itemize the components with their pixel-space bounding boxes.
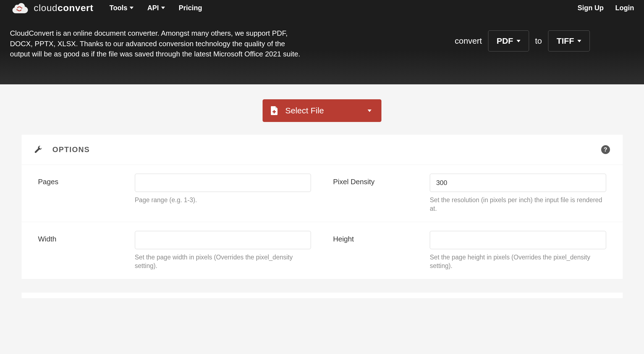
chevron-down-icon — [517, 40, 520, 42]
option-width: Width Set the page width in pixels (Over… — [38, 231, 311, 270]
to-format-value: TIFF — [557, 36, 574, 46]
width-label: Width — [38, 231, 127, 243]
chevron-down-icon — [161, 7, 165, 9]
to-format-select[interactable]: TIFF — [548, 30, 590, 51]
option-height: Height Set the page height in pixels (Ov… — [333, 231, 606, 270]
nav-api[interactable]: API — [147, 4, 165, 12]
pixel-density-label: Pixel Density — [333, 174, 422, 186]
width-input[interactable] — [135, 231, 311, 249]
option-pages: Pages Page range (e.g. 1-3). — [38, 174, 311, 213]
dark-header: cloudconvert Tools API Pricing Sign Up L… — [0, 0, 644, 84]
options-panel: OPTIONS ? Pages Page range (e.g. 1-3). P… — [22, 135, 623, 279]
options-header: OPTIONS ? — [22, 135, 623, 165]
logo-text-bold: convert — [57, 2, 93, 13]
cloud-refresh-icon — [10, 2, 29, 14]
hero-row: CloudConvert is an online document conve… — [10, 28, 634, 59]
chevron-down-icon — [368, 110, 371, 112]
help-icon[interactable]: ? — [601, 145, 610, 154]
login-link[interactable]: Login — [615, 4, 634, 12]
convert-box: convert PDF to TIFF — [455, 30, 590, 51]
width-help: Set the page width in pixels (Overrides … — [135, 253, 311, 270]
pixel-density-help: Set the resolution (in pixels per inch) … — [430, 196, 606, 213]
primary-nav: Tools API Pricing — [109, 4, 202, 12]
option-row-1: Pages Page range (e.g. 1-3). Pixel Densi… — [22, 165, 623, 222]
topbar: cloudconvert Tools API Pricing Sign Up L… — [10, 0, 634, 15]
pages-label: Pages — [38, 174, 127, 186]
pixel-density-input[interactable] — [430, 174, 606, 192]
file-plus-icon — [271, 106, 278, 115]
nav-tools[interactable]: Tools — [109, 4, 133, 12]
logo-text-light: cloud — [34, 2, 57, 13]
svg-rect-1 — [273, 111, 276, 112]
select-file-label: Select File — [285, 106, 324, 115]
chevron-down-icon — [130, 7, 133, 9]
nav-api-label: API — [147, 4, 159, 12]
logo-text: cloudconvert — [34, 2, 93, 13]
options-title: OPTIONS — [53, 145, 90, 154]
auth-links: Sign Up Login — [578, 4, 634, 12]
chevron-down-icon — [577, 40, 581, 42]
wrench-icon — [34, 145, 43, 154]
main: Select File OPTIONS ? Pages Page — [0, 84, 644, 306]
select-file-wrap: Select File — [10, 99, 634, 122]
signup-link[interactable]: Sign Up — [578, 4, 604, 12]
nav-pricing-label: Pricing — [179, 4, 202, 12]
height-input[interactable] — [430, 231, 606, 249]
option-pixel-density: Pixel Density Set the resolution (in pix… — [333, 174, 606, 213]
option-row-2: Width Set the page width in pixels (Over… — [22, 222, 623, 279]
secondary-panel — [22, 293, 623, 298]
height-label: Height — [333, 231, 422, 243]
from-format-value: PDF — [497, 36, 513, 46]
logo[interactable]: cloudconvert — [10, 2, 93, 14]
from-format-select[interactable]: PDF — [488, 30, 529, 51]
pages-input[interactable] — [135, 174, 311, 192]
height-help: Set the page height in pixels (Overrides… — [430, 253, 606, 270]
convert-label: convert — [455, 36, 482, 46]
select-file-button[interactable]: Select File — [263, 99, 381, 122]
hero-description: CloudConvert is an online document conve… — [10, 28, 303, 59]
to-label: to — [535, 36, 542, 46]
nav-tools-label: Tools — [109, 4, 127, 12]
nav-pricing[interactable]: Pricing — [179, 4, 202, 12]
pages-help: Page range (e.g. 1-3). — [135, 196, 311, 204]
